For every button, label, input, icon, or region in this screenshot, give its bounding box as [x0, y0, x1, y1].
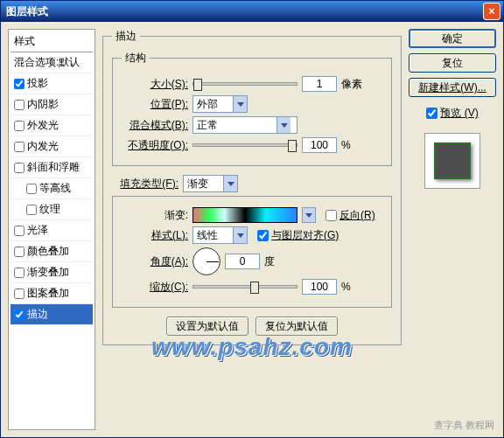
size-slider[interactable] — [192, 82, 298, 86]
structure-fieldset: 结构 大小(S): 像素 位置(P): 外部 — [112, 51, 392, 166]
style-item-4[interactable]: 斜面和浮雕 — [10, 157, 93, 178]
style-item-checkbox[interactable] — [14, 289, 24, 299]
scale-slider[interactable] — [192, 285, 298, 289]
right-panel: 确定 复位 新建样式(W)... 预览 (V) — [409, 29, 496, 430]
main-panel: 描边 结构 大小(S): 像素 位置(P): 外部 — [102, 29, 402, 430]
style-item-1[interactable]: 内阴影 — [10, 94, 93, 115]
style-item-checkbox[interactable] — [14, 121, 24, 131]
chevron-down-icon — [233, 96, 247, 112]
angle-unit: 度 — [264, 254, 275, 269]
style-item-label: 等高线 — [39, 181, 71, 196]
styles-sidebar: 样式 混合选项:默认 投影内阴影外发光内发光斜面和浮雕等高线纹理光泽颜色叠加渐变… — [8, 29, 95, 430]
gradient-label: 渐变: — [122, 208, 188, 223]
style-item-8[interactable]: 颜色叠加 — [10, 241, 93, 262]
angle-label: 角度(A): — [122, 254, 188, 269]
style-item-label: 图案叠加 — [27, 286, 69, 301]
angle-input[interactable] — [225, 254, 260, 269]
preview-thumbnail — [424, 133, 480, 189]
gradient-style-select[interactable]: 线性 — [192, 226, 248, 244]
preview-swatch — [434, 143, 471, 179]
styles-header[interactable]: 样式 — [10, 31, 93, 52]
style-item-5[interactable]: 等高线 — [10, 178, 93, 199]
position-select[interactable]: 外部 — [192, 95, 248, 113]
style-item-checkbox[interactable] — [14, 100, 24, 110]
style-item-label: 渐变叠加 — [27, 265, 69, 280]
style-label: 样式(L): — [122, 228, 188, 243]
scale-input[interactable] — [302, 279, 337, 295]
layer-style-dialog: 图层样式 × 样式 混合选项:默认 投影内阴影外发光内发光斜面和浮雕等高线纹理光… — [0, 0, 504, 438]
style-item-7[interactable]: 光泽 — [10, 220, 93, 241]
style-item-label: 斜面和浮雕 — [27, 160, 80, 175]
style-item-checkbox[interactable] — [14, 226, 24, 236]
style-item-checkbox[interactable] — [14, 79, 24, 89]
style-item-11[interactable]: 描边 — [10, 304, 93, 325]
chevron-down-icon — [276, 117, 290, 133]
style-item-checkbox[interactable] — [26, 184, 37, 194]
dialog-title: 图层样式 — [6, 4, 48, 19]
style-item-label: 颜色叠加 — [27, 244, 69, 259]
gradient-preview[interactable] — [192, 207, 298, 223]
footer-watermark: 查字典 教程网 — [434, 419, 494, 432]
cancel-button[interactable]: 复位 — [409, 53, 496, 73]
ok-button[interactable]: 确定 — [409, 29, 496, 48]
style-item-label: 光泽 — [27, 223, 48, 238]
style-item-label: 描边 — [27, 307, 48, 322]
opacity-input[interactable] — [302, 137, 337, 153]
style-item-label: 纹理 — [39, 202, 60, 217]
opacity-unit: % — [341, 139, 351, 151]
scale-unit: % — [341, 281, 351, 293]
style-item-label: 外发光 — [27, 118, 59, 133]
filltype-select[interactable]: 渐变 — [183, 175, 238, 192]
close-button[interactable]: × — [483, 3, 500, 20]
stroke-fieldset: 描边 结构 大小(S): 像素 位置(P): 外部 — [102, 29, 402, 345]
size-unit: 像素 — [341, 77, 362, 92]
style-item-checkbox[interactable] — [14, 163, 24, 173]
gradient-picker-button[interactable] — [302, 207, 316, 223]
style-item-10[interactable]: 图案叠加 — [10, 283, 93, 304]
style-item-label: 内发光 — [27, 139, 59, 154]
blend-mode-label: 混合模式(B): — [122, 118, 188, 133]
style-item-checkbox[interactable] — [14, 247, 24, 257]
size-input[interactable] — [302, 76, 337, 92]
style-item-9[interactable]: 渐变叠加 — [10, 262, 93, 283]
align-checkbox-label[interactable]: 与图层对齐(G) — [257, 228, 339, 243]
blend-mode-select[interactable]: 正常 — [192, 116, 298, 134]
size-label: 大小(S): — [122, 77, 188, 92]
style-item-checkbox[interactable] — [14, 309, 24, 320]
position-label: 位置(P): — [122, 97, 188, 112]
style-item-checkbox[interactable] — [26, 205, 37, 215]
preview-checkbox-label[interactable]: 预览 (V) — [409, 106, 496, 121]
scale-label: 缩放(C): — [122, 280, 188, 295]
style-item-label: 投影 — [27, 76, 48, 91]
reverse-checkbox[interactable] — [326, 210, 337, 221]
style-item-6[interactable]: 纹理 — [10, 199, 93, 220]
style-item-3[interactable]: 内发光 — [10, 136, 93, 157]
style-item-2[interactable]: 外发光 — [10, 115, 93, 136]
opacity-slider[interactable] — [192, 143, 298, 147]
style-item-label: 内阴影 — [27, 97, 59, 112]
filltype-label: 填充类型(F): — [112, 177, 178, 191]
style-item-0[interactable]: 投影 — [10, 73, 93, 94]
chevron-down-icon — [223, 176, 237, 191]
fill-fieldset: 渐变: 反向(R) 样式(L): 线性 — [112, 196, 392, 308]
style-item-checkbox[interactable] — [14, 268, 24, 278]
new-style-button[interactable]: 新建样式(W)... — [409, 78, 496, 97]
stroke-legend: 描边 — [112, 29, 140, 44]
opacity-label: 不透明度(O): — [122, 138, 188, 153]
chevron-down-icon — [233, 227, 247, 243]
blend-options-item[interactable]: 混合选项:默认 — [10, 52, 93, 73]
watermark-text: www.psahz.com — [151, 333, 353, 361]
reverse-checkbox-label[interactable]: 反向(R) — [326, 208, 375, 223]
close-icon: × — [488, 5, 494, 17]
angle-dial[interactable] — [192, 247, 220, 275]
style-item-checkbox[interactable] — [14, 142, 24, 152]
preview-checkbox[interactable] — [426, 108, 438, 119]
structure-legend: 结构 — [122, 51, 150, 66]
titlebar[interactable]: 图层样式 × — [1, 1, 503, 22]
align-with-layer-checkbox[interactable] — [257, 230, 269, 241]
